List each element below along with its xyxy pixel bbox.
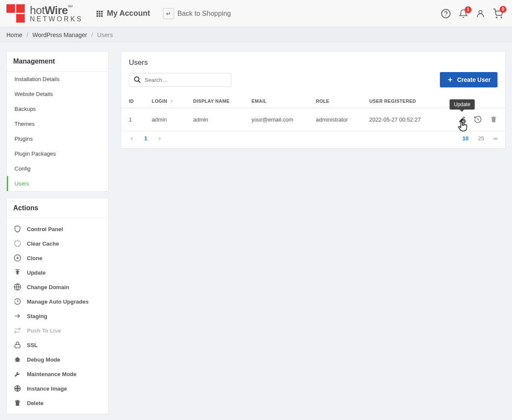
action-label: Push To Live [27,327,61,334]
sidebar-item-installation-details[interactable]: Installation Details [7,72,108,87]
action-push-to-live: Push To Live [7,323,108,338]
bug-icon [13,356,22,363]
wrench-icon [13,370,22,378]
actions-title: Actions [7,198,108,218]
sidebar-item-label: Backups [15,106,36,112]
svg-rect-17 [15,345,20,348]
globe-icon [13,283,22,291]
help-icon[interactable] [441,9,451,19]
logo-text: hotWireSM NETWORKS [30,5,83,23]
history-icon [13,298,22,305]
col-id[interactable]: ID [121,94,144,108]
action-clone[interactable]: Clone [7,251,108,265]
row-delete-button[interactable] [490,116,497,123]
my-account-label: My Account [107,9,150,18]
sidebar-item-label: Config [15,165,31,172]
sidebar-item-backups[interactable]: Backups [7,101,108,116]
action-staging[interactable]: Staging [7,309,108,323]
sidebar-item-plugin-packages[interactable]: Plugin Packages [7,146,108,161]
sidebar-item-website-details[interactable]: Website Details [7,87,108,101]
page-size-10[interactable]: 10 [463,135,468,142]
svg-rect-6 [97,15,99,17]
user-icon[interactable] [476,9,485,18]
page-size-25[interactable]: 25 [478,135,484,142]
page-current[interactable]: 1 [144,135,147,142]
create-user-button[interactable]: Create User [440,72,497,87]
action-control-panel[interactable]: Control Panel [7,222,108,236]
create-user-label: Create User [457,76,491,83]
page-next[interactable] [157,136,163,142]
action-label: SSL [27,342,38,348]
svg-rect-8 [101,15,103,17]
row-update-button[interactable]: Update [458,116,466,123]
svg-rect-15 [15,269,20,270]
page-prev[interactable] [129,136,135,142]
svg-rect-3 [97,13,99,14]
search-icon [134,76,141,84]
notifications-badge: 1 [465,6,471,13]
cart-icon[interactable]: 0 [493,9,503,19]
cell-email: your@email.com [244,108,308,131]
sidebar-item-label: Users [15,180,29,187]
col-role[interactable]: ROLE [308,94,361,108]
page-size-infinite[interactable]: ∞ [494,135,497,142]
sidebar-item-themes[interactable]: Themes [7,116,108,131]
shield-icon [13,225,22,233]
sidebar-item-label: Installation Details [15,76,60,82]
svg-rect-2 [101,11,103,12]
cell-login: admin [144,108,186,131]
sidebar-item-users[interactable]: Users [7,176,108,191]
svg-rect-0 [97,11,99,12]
col-email[interactable]: EMAIL [244,94,308,108]
action-label: Update [27,269,46,276]
search-input[interactable] [145,77,227,83]
sidebar-item-plugins[interactable]: Plugins [7,131,108,146]
cell-id: 1 [121,108,144,131]
breadcrumb-wp-manager[interactable]: WordPress Manager [32,32,87,38]
svg-point-10 [445,15,446,16]
actions-panel: Actions Control Panel Clear Cache Clone … [6,198,109,414]
col-registered[interactable]: USER REGISTERED [361,94,437,108]
plus-circle-icon [13,254,22,262]
action-label: Maintenance Mode [27,371,76,377]
action-clear-cache[interactable]: Clear Cache [7,236,108,251]
svg-point-22 [17,390,18,391]
action-debug-mode[interactable]: Debug Mode [7,352,108,367]
lock-icon [13,341,22,349]
action-instance-image[interactable]: Instance Image [7,381,108,396]
sidebar-item-config[interactable]: Config [7,161,108,176]
action-maintenance-mode[interactable]: Maintenance Mode [7,367,108,381]
my-account-link[interactable]: My Account [96,9,150,18]
page-title: Users [121,52,505,72]
back-to-shopping-label: Back to Shopping [177,10,231,17]
breadcrumb-home[interactable]: Home [6,32,22,38]
action-update[interactable]: Update [7,265,108,280]
svg-point-25 [134,77,139,81]
action-change-domain[interactable]: Change Domain [7,280,108,294]
trash-icon [13,399,22,407]
col-login[interactable]: LOGIN↑ [144,94,186,108]
svg-rect-5 [101,13,103,14]
svg-point-21 [17,386,18,387]
cell-role: administrator [308,108,361,131]
notifications-icon[interactable]: 1 [459,9,468,18]
cell-display-name: admin [186,108,244,131]
action-manage-auto-upgrades[interactable]: Manage Auto Upgrades [7,294,108,309]
users-card: Users Create User ID LOGIN↑ DISPLAY NAME [121,51,506,149]
action-ssl[interactable]: SSL [7,338,108,352]
swap-icon [13,327,22,334]
brand-logo[interactable]: hotWireSM NETWORKS [6,4,83,23]
search-box[interactable] [129,73,231,87]
return-key-icon: ↵ [163,8,174,19]
action-label: Control Panel [27,226,63,232]
col-display-name[interactable]: DISPLAY NAME [186,94,244,108]
action-delete[interactable]: Delete [7,396,108,410]
row-restore-button[interactable] [474,115,482,124]
back-to-shopping-link[interactable]: ↵ Back to Shopping [163,8,231,19]
sidebar-item-label: Website Details [15,91,53,97]
cart-badge: 0 [500,6,506,13]
cell-registered: 2022-05-27 00:52:27 [361,108,437,131]
action-label: Instance Image [27,385,67,392]
sort-asc-icon: ↑ [171,98,173,104]
breadcrumb: Home / WordPress Manager / Users [0,27,512,43]
